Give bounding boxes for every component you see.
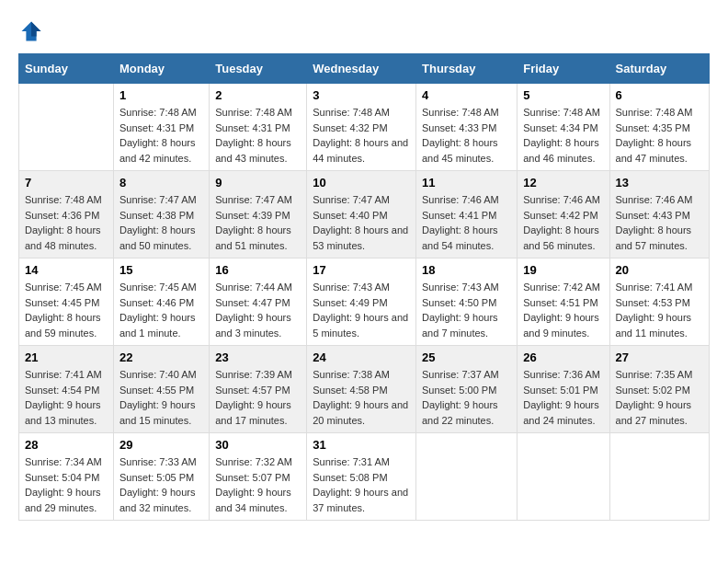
cell-sunset: Sunset: 4:43 PM [616,208,703,224]
cell-date: 30 [215,438,301,452]
cell-sunset: Sunset: 4:51 PM [523,295,603,311]
cell-sunrise: Sunrise: 7:43 AM [313,280,410,295]
cell-date: 21 [25,350,108,364]
calendar-cell: 21Sunrise: 7:41 AMSunset: 4:54 PMDayligh… [19,346,114,433]
cell-daylight: Daylight: 8 hours and 56 minutes. [523,223,603,253]
cell-date: 22 [119,350,203,364]
cell-date: 18 [422,263,511,277]
cell-sunrise: Sunrise: 7:47 AM [119,192,203,208]
cell-date: 20 [616,263,703,277]
calendar-cell: 16Sunrise: 7:44 AMSunset: 4:47 PMDayligh… [210,259,307,346]
calendar-cell: 30Sunrise: 7:32 AMSunset: 5:07 PMDayligh… [210,433,307,521]
calendar-week-row: 21Sunrise: 7:41 AMSunset: 4:54 PMDayligh… [19,346,710,433]
calendar-cell: 24Sunrise: 7:38 AMSunset: 4:58 PMDayligh… [307,346,416,433]
cell-date: 19 [523,263,603,277]
cell-sunrise: Sunrise: 7:42 AM [523,280,603,295]
header-day: Saturday [609,54,709,84]
cell-sunrise: Sunrise: 7:48 AM [313,105,410,121]
cell-sunset: Sunset: 4:33 PM [422,121,511,136]
calendar-cell: 18Sunrise: 7:43 AMSunset: 4:50 PMDayligh… [416,259,518,346]
calendar-cell [19,84,114,171]
cell-daylight: Daylight: 9 hours and 32 minutes. [119,485,203,515]
cell-date: 17 [313,263,410,277]
cell-daylight: Daylight: 8 hours and 54 minutes. [422,223,511,253]
cell-sunset: Sunset: 4:57 PM [215,383,301,398]
cell-sunrise: Sunrise: 7:36 AM [523,367,603,383]
calendar-cell: 26Sunrise: 7:36 AMSunset: 5:01 PMDayligh… [518,346,609,433]
cell-daylight: Daylight: 9 hours and 1 minute. [119,310,203,340]
cell-daylight: Daylight: 9 hours and 22 minutes. [422,397,511,428]
calendar-cell [518,433,609,521]
cell-sunset: Sunset: 4:47 PM [215,295,301,311]
cell-daylight: Daylight: 9 hours and 11 minutes. [616,310,703,340]
cell-date: 14 [25,263,108,277]
header-day: Wednesday [307,54,416,84]
cell-sunset: Sunset: 4:40 PM [313,208,410,224]
cell-sunrise: Sunrise: 7:40 AM [119,367,203,383]
cell-sunrise: Sunrise: 7:34 AM [25,454,108,470]
cell-date: 11 [422,176,511,190]
calendar-cell: 5Sunrise: 7:48 AMSunset: 4:34 PMDaylight… [518,84,609,171]
cell-sunrise: Sunrise: 7:46 AM [422,192,511,208]
cell-daylight: Daylight: 8 hours and 48 minutes. [25,223,108,253]
cell-sunset: Sunset: 5:02 PM [616,383,703,398]
cell-sunrise: Sunrise: 7:38 AM [313,367,410,383]
cell-daylight: Daylight: 8 hours and 45 minutes. [422,135,511,166]
calendar-cell: 27Sunrise: 7:35 AMSunset: 5:02 PMDayligh… [609,346,709,433]
calendar-cell: 10Sunrise: 7:47 AMSunset: 4:40 PMDayligh… [307,171,416,259]
cell-daylight: Daylight: 8 hours and 59 minutes. [25,310,108,340]
cell-sunrise: Sunrise: 7:46 AM [616,192,703,208]
cell-sunset: Sunset: 5:07 PM [215,470,301,486]
cell-daylight: Daylight: 9 hours and 17 minutes. [215,397,301,428]
cell-daylight: Daylight: 9 hours and 24 minutes. [523,397,603,428]
cell-sunrise: Sunrise: 7:48 AM [616,105,703,121]
cell-daylight: Daylight: 9 hours and 5 minutes. [313,310,410,340]
calendar-cell: 7Sunrise: 7:48 AMSunset: 4:36 PMDaylight… [19,171,114,259]
calendar-cell: 1Sunrise: 7:48 AMSunset: 4:31 PMDaylight… [113,84,209,171]
cell-sunset: Sunset: 5:05 PM [119,470,203,486]
calendar-week-row: 14Sunrise: 7:45 AMSunset: 4:45 PMDayligh… [19,259,710,346]
cell-sunset: Sunset: 4:41 PM [422,208,511,224]
calendar-week-row: 7Sunrise: 7:48 AMSunset: 4:36 PMDaylight… [19,171,710,259]
calendar-cell: 6Sunrise: 7:48 AMSunset: 4:35 PMDaylight… [609,84,709,171]
cell-daylight: Daylight: 8 hours and 46 minutes. [523,135,603,166]
cell-sunset: Sunset: 5:00 PM [422,383,511,398]
cell-date: 23 [215,350,301,364]
calendar-week-row: 1Sunrise: 7:48 AMSunset: 4:31 PMDaylight… [19,84,710,171]
cell-daylight: Daylight: 8 hours and 53 minutes. [313,223,410,253]
cell-daylight: Daylight: 9 hours and 7 minutes. [422,310,511,340]
header-day: Sunday [19,54,114,84]
calendar-cell: 23Sunrise: 7:39 AMSunset: 4:57 PMDayligh… [210,346,307,433]
calendar-cell: 19Sunrise: 7:42 AMSunset: 4:51 PMDayligh… [518,259,609,346]
cell-daylight: Daylight: 8 hours and 50 minutes. [119,223,203,253]
cell-date: 3 [313,88,410,102]
cell-daylight: Daylight: 9 hours and 29 minutes. [25,485,108,515]
cell-sunset: Sunset: 4:34 PM [523,121,603,136]
cell-sunset: Sunset: 4:38 PM [119,208,203,224]
cell-daylight: Daylight: 9 hours and 27 minutes. [616,397,703,428]
calendar-cell: 22Sunrise: 7:40 AMSunset: 4:55 PMDayligh… [113,346,209,433]
header-row: SundayMondayTuesdayWednesdayThursdayFrid… [19,54,710,84]
cell-daylight: Daylight: 8 hours and 57 minutes. [616,223,703,253]
cell-date: 31 [313,438,410,452]
cell-sunset: Sunset: 4:58 PM [313,383,410,398]
cell-daylight: Daylight: 8 hours and 51 minutes. [215,223,301,253]
cell-daylight: Daylight: 9 hours and 9 minutes. [523,310,603,340]
cell-date: 5 [523,88,603,102]
calendar-cell: 9Sunrise: 7:47 AMSunset: 4:39 PMDaylight… [210,171,307,259]
cell-sunset: Sunset: 4:54 PM [25,383,108,398]
cell-sunset: Sunset: 4:55 PM [119,383,203,398]
calendar-cell: 29Sunrise: 7:33 AMSunset: 5:05 PMDayligh… [113,433,209,521]
header-day: Friday [518,54,609,84]
header-day: Tuesday [210,54,307,84]
cell-daylight: Daylight: 8 hours and 47 minutes. [616,135,703,166]
calendar-body: 1Sunrise: 7:48 AMSunset: 4:31 PMDaylight… [19,84,710,521]
svg-marker-1 [31,22,41,37]
cell-sunrise: Sunrise: 7:44 AM [215,280,301,295]
cell-sunset: Sunset: 4:46 PM [119,295,203,311]
cell-sunrise: Sunrise: 7:48 AM [422,105,511,121]
cell-date: 24 [313,350,410,364]
header-day: Thursday [416,54,518,84]
cell-daylight: Daylight: 9 hours and 34 minutes. [215,485,301,515]
header-day: Monday [113,54,209,84]
